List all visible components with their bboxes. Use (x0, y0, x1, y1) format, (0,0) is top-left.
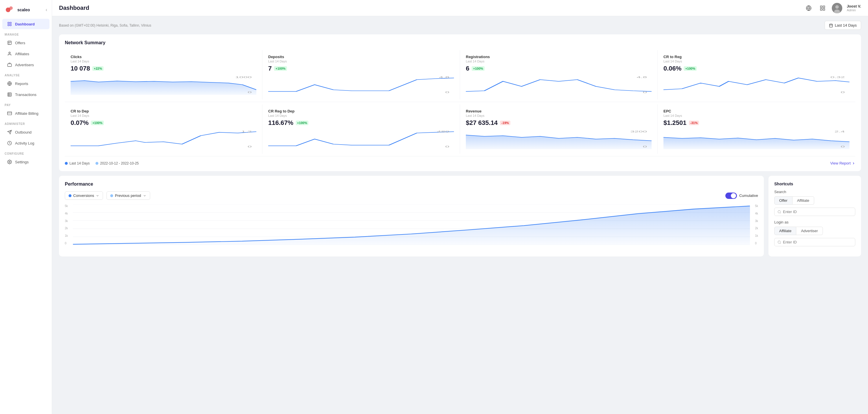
svg-text:0: 0 (445, 145, 450, 148)
login-affiliate-tab[interactable]: Affiliate (774, 227, 796, 235)
svg-text:0.32: 0.32 (830, 75, 845, 79)
previous-period-dot (110, 194, 113, 197)
metric-cr-to-dep-value: 0.07% (71, 119, 89, 127)
sidebar-item-affiliates[interactable]: Affiliates (2, 48, 50, 59)
svg-line-63 (780, 243, 781, 243)
avatar[interactable] (832, 3, 842, 13)
gear-icon (7, 159, 12, 165)
sidebar-item-offers[interactable]: Offers (2, 38, 50, 48)
sidebar-item-dashboard[interactable]: Dashboard (2, 19, 50, 29)
globe-button[interactable] (804, 3, 813, 13)
grid-button[interactable] (818, 3, 827, 13)
sidebar-item-outbound[interactable]: Outbound (2, 127, 50, 137)
user-name: Joost V. (847, 4, 861, 8)
bottom-grid: Performance Conversions Previous period (59, 176, 861, 256)
conversions-dot (69, 194, 71, 197)
pay-section-label: PAY (0, 100, 52, 108)
sidebar-item-settings[interactable]: Settings (2, 157, 50, 167)
metrics-bottom-row: CR to Dep Last 14 Days 0.07% +100% 1.2 0 (65, 104, 855, 154)
metric-revenue-badge: -19% (500, 120, 510, 125)
svg-point-62 (778, 241, 781, 243)
metric-cr-to-reg-badge: +100% (684, 66, 697, 71)
login-as-id-input[interactable] (783, 240, 852, 244)
sidebar-item-activity-log-label: Activity Log (15, 141, 34, 145)
previous-period-dropdown[interactable]: Previous period (106, 192, 150, 200)
cr-reg-to-dep-chart: 480 0 (268, 129, 454, 149)
svg-point-60 (778, 210, 781, 213)
clock-icon (7, 140, 12, 146)
sidebar-item-dashboard-label: Dashboard (15, 22, 35, 26)
calendar-icon (829, 24, 833, 28)
sidebar-item-reports[interactable]: Reports (2, 78, 50, 89)
metric-registrations-value-row: 6 +100% (466, 65, 652, 72)
metric-cr-to-dep-badge: +100% (91, 120, 104, 125)
legend-label-previous: 2022-10-12 - 2022-10-25 (100, 161, 138, 165)
briefcase-icon (7, 62, 12, 67)
login-advertiser-tab[interactable]: Advertiser (796, 227, 823, 235)
affiliate-tab[interactable]: Affiliate (793, 196, 814, 205)
date-range-button[interactable]: Last 14 Days (825, 21, 861, 30)
network-summary-title: Network Summary (65, 40, 855, 45)
metric-revenue-value-row: $27 635.14 -19% (466, 119, 652, 127)
cumulative-toggle[interactable] (725, 193, 737, 199)
chevron-down-icon (96, 194, 99, 198)
svg-text:0: 0 (643, 91, 647, 94)
sidebar-toggle[interactable]: ‹ (46, 7, 47, 12)
network-summary-card: Network Summary Clicks Last 14 Days 10 0… (59, 34, 861, 171)
cumulative-label: Cumulative (739, 194, 758, 198)
offer-tab[interactable]: Offer (774, 196, 793, 205)
metric-cr-to-reg: CR to Reg Last 14 Days 0.06% +100% 0.32 … (658, 50, 855, 99)
svg-text:0: 0 (841, 91, 845, 94)
deposits-chart: 4.8 0 (268, 75, 454, 95)
performance-chart-area: 5k 4k 3k 2k 1k 0 (65, 204, 758, 251)
metric-cr-reg-to-dep-badge: +100% (296, 120, 309, 125)
sidebar-item-affiliate-billing[interactable]: Affiliate Billing (2, 108, 50, 118)
sidebar-item-activity-log[interactable]: Activity Log (2, 138, 50, 148)
header-actions: Joost V. Admin (804, 3, 861, 13)
y-axis-5k-left: 5k (65, 204, 68, 208)
performance-chart (73, 204, 750, 245)
svg-rect-34 (830, 24, 833, 27)
performance-controls: Conversions Previous period Cumulative (65, 192, 758, 200)
timezone-text: Based on (GMT+02:00) Helsinki, Riga, Sof… (59, 24, 151, 28)
view-report-link[interactable]: View Report (830, 161, 855, 165)
cr-to-dep-chart: 1.2 0 (71, 129, 256, 149)
sidebar-item-settings-label: Settings (15, 160, 29, 164)
previous-period-label: Previous period (115, 194, 141, 198)
svg-text:0: 0 (248, 145, 252, 148)
metric-cr-to-dep: CR to Dep Last 14 Days 0.07% +100% 1.2 0 (65, 104, 262, 154)
metric-cr-to-dep-period: Last 14 Days (71, 114, 256, 117)
metric-cr-reg-to-dep-period: Last 14 Days (268, 114, 454, 117)
metric-clicks-label: Clicks (71, 55, 256, 59)
user-role: Admin (847, 8, 861, 12)
svg-text:2.4: 2.4 (834, 130, 845, 133)
sidebar-item-advertisers[interactable]: Advertisers (2, 60, 50, 70)
svg-text:0: 0 (445, 91, 450, 94)
metric-registrations-label: Registrations (466, 55, 652, 59)
svg-text:480: 480 (437, 130, 450, 133)
svg-rect-8 (8, 41, 11, 44)
conversions-label: Conversions (73, 194, 94, 198)
sidebar-item-transactions[interactable]: Transactions (2, 89, 50, 100)
metric-cr-reg-to-dep-label: CR Reg to Dep (268, 109, 454, 113)
metric-epc-label: EPC (663, 109, 849, 113)
registrations-chart: 4.8 0 (466, 75, 652, 95)
svg-rect-30 (823, 8, 825, 10)
y-axis-3k-left: 3k (65, 219, 68, 222)
scaleo-wordmark: scaleo (18, 6, 38, 13)
search-id-input[interactable] (783, 210, 852, 214)
metric-clicks-value: 10 078 (71, 65, 90, 72)
page-title: Dashboard (59, 5, 804, 11)
sidebar-item-affiliates-label: Affiliates (15, 52, 29, 56)
conversions-dropdown[interactable]: Conversions (65, 192, 103, 200)
metric-deposits-value-row: 7 +100% (268, 65, 454, 72)
metric-deposits-period: Last 14 Days (268, 60, 454, 63)
metric-cr-reg-to-dep-value-row: 116.67% +100% (268, 119, 454, 127)
metric-deposits-value: 7 (268, 65, 272, 72)
chevron-down-icon-2 (143, 194, 146, 198)
y-axis-2k-right: 2k (755, 227, 758, 230)
cumulative-toggle-container: Cumulative (725, 193, 758, 199)
performance-title: Performance (65, 181, 758, 187)
sidebar-item-outbound-label: Outbound (15, 130, 32, 134)
metric-cr-to-dep-value-row: 0.07% +100% (71, 119, 256, 127)
